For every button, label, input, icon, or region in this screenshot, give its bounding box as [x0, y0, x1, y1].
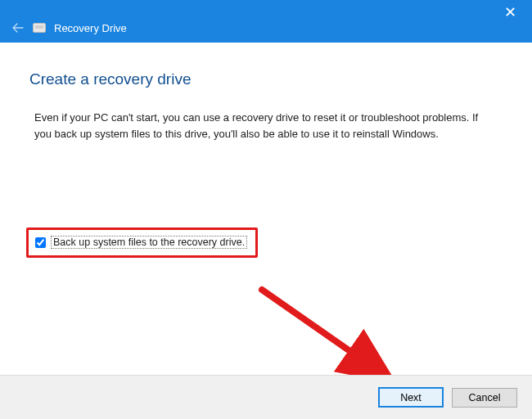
back-icon[interactable] — [11, 21, 25, 34]
highlighted-checkbox-area: Back up system files to the recovery dri… — [26, 228, 258, 258]
backup-checkbox-label[interactable]: Back up system files to the recovery dri… — [51, 236, 247, 249]
window-titlebar: ✕ Recovery Drive — [0, 0, 532, 43]
close-icon[interactable]: ✕ — [498, 3, 522, 23]
backup-checkbox-row: Back up system files to the recovery dri… — [35, 236, 247, 249]
recovery-drive-icon — [33, 23, 46, 33]
window-title: Recovery Drive — [54, 22, 127, 34]
wizard-footer: Next Cancel — [0, 375, 532, 419]
title-row: Recovery Drive — [11, 21, 127, 34]
cancel-button[interactable]: Cancel — [452, 388, 517, 408]
backup-checkbox[interactable] — [35, 237, 46, 248]
wizard-content: Create a recovery drive Even if your PC … — [0, 43, 532, 142]
page-heading: Create a recovery drive — [29, 70, 503, 88]
next-button[interactable]: Next — [378, 387, 444, 408]
page-description: Even if your PC can't start, you can use… — [34, 110, 493, 142]
